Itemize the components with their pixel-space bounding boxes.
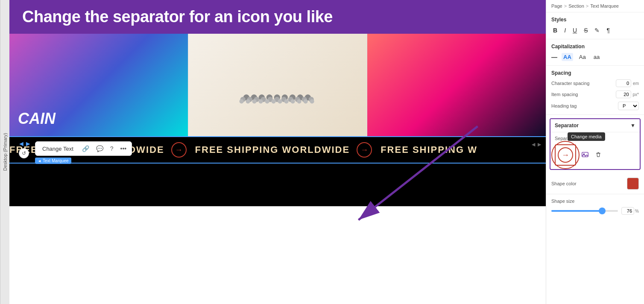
change-text-button[interactable]: Change Text (39, 144, 77, 154)
image-1: CAIN (9, 34, 188, 136)
marquee-item-2: FREE SHIPPING WORLDWIDE → (195, 142, 372, 158)
marquee-item-3: FREE SHIPPING W (381, 144, 477, 155)
black-area (9, 164, 546, 206)
heading-tag-select[interactable]: P H1 H2 H3 (618, 102, 639, 110)
char-spacing-input[interactable] (616, 79, 631, 87)
marquee-text-2: FREE SHIPPING WORLDWIDE (195, 144, 350, 155)
italic-button[interactable]: I (562, 26, 568, 35)
image-3 (367, 34, 546, 136)
separator-arrow-2: → (357, 142, 372, 158)
canvas-area: Change the separator for an icon you lik… (9, 0, 546, 304)
cap-lowercase-button[interactable]: aa (592, 53, 601, 61)
item-spacing-label: Item spacing (551, 92, 578, 97)
separator-title: Separator (555, 123, 579, 129)
images-row: CAIN ⬤⬤⬤⬤⬤⬤⬤⬤⬤ ⬤⬤⬤⬤⬤⬤⬤⬤⬤⬤⬤ ⬤⬤⬤⬤⬤⬤⬤⬤⬤⬤⬤⬤ (9, 34, 546, 136)
sidebar-label: Desktop (Primary) (0, 0, 9, 304)
item-spacing-row: Item spacing px* (551, 91, 639, 98)
spacing-title: Spacing (551, 70, 639, 76)
slider-thumb[interactable] (599, 208, 606, 214)
heading-tag-label: Heading tag (551, 103, 577, 108)
left-resize-indicator[interactable]: ◄► (18, 140, 32, 148)
separator-icon-1: → (171, 142, 187, 158)
canvas-content: CAIN ⬤⬤⬤⬤⬤⬤⬤⬤⬤ ⬤⬤⬤⬤⬤⬤⬤⬤⬤⬤⬤ ⬤⬤⬤⬤⬤⬤⬤⬤⬤⬤⬤⬤ … (9, 34, 546, 304)
shape-preview-row: Change media → (555, 144, 635, 166)
cap-uppercase-button[interactable]: AA (562, 53, 573, 61)
char-spacing-row: Character spacing em (551, 79, 639, 87)
right-panel: Page > Section > Text Marquee Styles B I… (546, 0, 644, 304)
breadcrumb-section[interactable]: Section (568, 3, 584, 9)
breadcrumb-component[interactable]: Text Marquee (590, 3, 619, 9)
breadcrumb-sep-2: > (586, 3, 588, 9)
change-media-tooltip: Change media (568, 132, 605, 141)
styles-panel-section: Styles B I U S ✎ ¶ (546, 12, 644, 39)
breadcrumb: Page > Section > Text Marquee (546, 0, 644, 12)
rotate-button[interactable]: ↺ (19, 148, 29, 158)
shape-action-buttons (580, 149, 603, 161)
cap-titlecase-button[interactable]: Aa (577, 53, 588, 61)
tag-arrow-icon: ◄ (38, 159, 41, 163)
underline-button[interactable]: U (571, 26, 579, 35)
help-icon-button[interactable]: ? (108, 143, 115, 154)
shape-size-label: Shape size (551, 199, 639, 204)
shape-size-section: Shape size % (546, 194, 644, 219)
char-spacing-value: em (616, 79, 639, 87)
separator-header: Separator ▼ (550, 119, 640, 132)
edit-button[interactable]: ✎ (593, 26, 601, 35)
toolbar: Change Text 🔗 💬 ? ••• (35, 141, 132, 156)
delete-shape-button[interactable] (593, 149, 603, 161)
change-media-button[interactable] (580, 149, 591, 161)
item-spacing-input[interactable] (616, 91, 631, 98)
styles-row: B I U S ✎ ¶ (551, 26, 639, 35)
char-spacing-label: Character spacing (551, 81, 589, 86)
capitalization-title: Capitalization (551, 44, 639, 50)
separator-shape-area: Separator shape Change media → (550, 132, 640, 169)
strikethrough-button[interactable]: S (582, 26, 589, 35)
comment-icon-button[interactable]: 💬 (94, 143, 105, 154)
breadcrumb-sep-1: > (564, 3, 567, 9)
image-2: ⬤⬤⬤⬤⬤⬤⬤⬤⬤ ⬤⬤⬤⬤⬤⬤⬤⬤⬤⬤⬤ ⬤⬤⬤⬤⬤⬤⬤⬤⬤⬤⬤⬤ (188, 34, 367, 136)
paragraph-button[interactable]: ¶ (605, 26, 612, 35)
right-resize-indicator[interactable]: ◄► (530, 141, 542, 148)
char-spacing-unit: em (633, 81, 639, 86)
item-spacing-unit: px* (633, 92, 639, 97)
heading-row: Heading tag P H1 H2 H3 (551, 102, 639, 110)
shape-preview-wrapper: Change media → (555, 144, 576, 166)
shape-size-unit: % (635, 209, 639, 213)
shape-color-row: Shape color (551, 178, 639, 190)
marquee-text-3: FREE SHIPPING W (381, 144, 477, 155)
component-tag: ◄ Text Marquee (35, 158, 71, 164)
separator-collapse-icon[interactable]: ▼ (630, 123, 635, 129)
image-1-text: CAIN (18, 110, 56, 128)
breadcrumb-page[interactable]: Page (551, 3, 562, 9)
shape-size-input[interactable] (621, 207, 634, 215)
item-spacing-value: px* (616, 91, 639, 98)
link-icon-button[interactable]: 🔗 (80, 143, 91, 154)
spacing-section: Spacing Character spacing em Item spacin… (546, 66, 644, 115)
shape-color-section: Shape color (546, 173, 644, 194)
slider-value-row: % (621, 207, 639, 215)
cap-row: — AA Aa aa (551, 53, 639, 61)
shape-preview[interactable]: → (555, 144, 576, 166)
slider-track[interactable] (551, 210, 618, 212)
cap-dash: — (551, 54, 557, 61)
shape-preview-inner: → (558, 147, 573, 163)
more-options-button[interactable]: ••• (119, 143, 129, 154)
svg-rect-2 (582, 152, 588, 157)
shape-color-swatch[interactable] (627, 178, 639, 190)
separator-arrow-1: → (171, 142, 187, 158)
styles-title: Styles (551, 17, 639, 23)
separator-icon-2: → (357, 142, 372, 158)
capitalization-section: Capitalization — AA Aa aa (546, 39, 644, 66)
slider-fill (551, 210, 602, 212)
media-icon (581, 151, 589, 158)
trash-icon (595, 151, 602, 158)
tutorial-banner: Change the separator for an icon you lik… (9, 0, 546, 34)
toolbar-container: Change Text 🔗 💬 ? ••• ◄ Text Marquee (35, 141, 132, 164)
shape-color-label: Shape color (551, 181, 577, 186)
slider-row: % (551, 207, 639, 215)
marquee-section: Change Text 🔗 💬 ? ••• ◄ Text Marquee FRE… (9, 136, 546, 164)
tutorial-title: Change the separator for an icon you lik… (22, 8, 333, 26)
bold-button[interactable]: B (551, 26, 559, 35)
tag-label: Text Marquee (43, 158, 69, 163)
separator-section: Separator ▼ Separator shape Change media… (550, 118, 641, 170)
